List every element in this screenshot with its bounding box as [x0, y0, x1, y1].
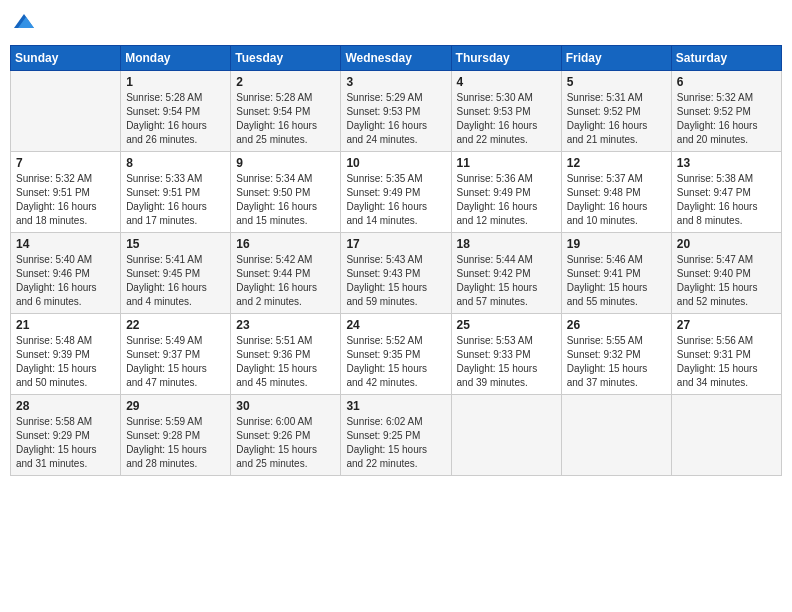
- calendar-cell: 6Sunrise: 5:32 AM Sunset: 9:52 PM Daylig…: [671, 71, 781, 152]
- calendar-cell: 15Sunrise: 5:41 AM Sunset: 9:45 PM Dayli…: [121, 233, 231, 314]
- day-details: Sunrise: 5:49 AM Sunset: 9:37 PM Dayligh…: [126, 334, 225, 390]
- day-number: 27: [677, 318, 776, 332]
- day-details: Sunrise: 5:32 AM Sunset: 9:51 PM Dayligh…: [16, 172, 115, 228]
- day-details: Sunrise: 5:43 AM Sunset: 9:43 PM Dayligh…: [346, 253, 445, 309]
- calendar-cell: 31Sunrise: 6:02 AM Sunset: 9:25 PM Dayli…: [341, 395, 451, 476]
- day-number: 14: [16, 237, 115, 251]
- day-of-week-header: Thursday: [451, 46, 561, 71]
- day-number: 8: [126, 156, 225, 170]
- calendar-cell: 14Sunrise: 5:40 AM Sunset: 9:46 PM Dayli…: [11, 233, 121, 314]
- day-of-week-header: Friday: [561, 46, 671, 71]
- calendar-cell: 30Sunrise: 6:00 AM Sunset: 9:26 PM Dayli…: [231, 395, 341, 476]
- day-of-week-header: Tuesday: [231, 46, 341, 71]
- day-details: Sunrise: 5:33 AM Sunset: 9:51 PM Dayligh…: [126, 172, 225, 228]
- day-details: Sunrise: 6:00 AM Sunset: 9:26 PM Dayligh…: [236, 415, 335, 471]
- calendar-cell: 4Sunrise: 5:30 AM Sunset: 9:53 PM Daylig…: [451, 71, 561, 152]
- calendar-week-row: 28Sunrise: 5:58 AM Sunset: 9:29 PM Dayli…: [11, 395, 782, 476]
- day-number: 10: [346, 156, 445, 170]
- day-number: 7: [16, 156, 115, 170]
- day-number: 23: [236, 318, 335, 332]
- calendar-cell: 18Sunrise: 5:44 AM Sunset: 9:42 PM Dayli…: [451, 233, 561, 314]
- calendar-cell: 5Sunrise: 5:31 AM Sunset: 9:52 PM Daylig…: [561, 71, 671, 152]
- calendar-week-row: 1Sunrise: 5:28 AM Sunset: 9:54 PM Daylig…: [11, 71, 782, 152]
- day-details: Sunrise: 5:53 AM Sunset: 9:33 PM Dayligh…: [457, 334, 556, 390]
- day-details: Sunrise: 5:35 AM Sunset: 9:49 PM Dayligh…: [346, 172, 445, 228]
- day-number: 30: [236, 399, 335, 413]
- calendar-table: SundayMondayTuesdayWednesdayThursdayFrid…: [10, 45, 782, 476]
- day-number: 18: [457, 237, 556, 251]
- calendar-cell: 25Sunrise: 5:53 AM Sunset: 9:33 PM Dayli…: [451, 314, 561, 395]
- calendar-cell: 7Sunrise: 5:32 AM Sunset: 9:51 PM Daylig…: [11, 152, 121, 233]
- day-details: Sunrise: 5:51 AM Sunset: 9:36 PM Dayligh…: [236, 334, 335, 390]
- day-number: 28: [16, 399, 115, 413]
- calendar-cell: 8Sunrise: 5:33 AM Sunset: 9:51 PM Daylig…: [121, 152, 231, 233]
- day-details: Sunrise: 5:28 AM Sunset: 9:54 PM Dayligh…: [126, 91, 225, 147]
- day-number: 22: [126, 318, 225, 332]
- day-of-week-header: Wednesday: [341, 46, 451, 71]
- day-number: 4: [457, 75, 556, 89]
- calendar-cell: 3Sunrise: 5:29 AM Sunset: 9:53 PM Daylig…: [341, 71, 451, 152]
- calendar-cell: 17Sunrise: 5:43 AM Sunset: 9:43 PM Dayli…: [341, 233, 451, 314]
- day-number: 21: [16, 318, 115, 332]
- calendar-cell: 24Sunrise: 5:52 AM Sunset: 9:35 PM Dayli…: [341, 314, 451, 395]
- day-number: 16: [236, 237, 335, 251]
- day-number: 2: [236, 75, 335, 89]
- calendar-cell: 29Sunrise: 5:59 AM Sunset: 9:28 PM Dayli…: [121, 395, 231, 476]
- day-of-week-header: Saturday: [671, 46, 781, 71]
- day-details: Sunrise: 5:38 AM Sunset: 9:47 PM Dayligh…: [677, 172, 776, 228]
- calendar-cell: 28Sunrise: 5:58 AM Sunset: 9:29 PM Dayli…: [11, 395, 121, 476]
- calendar-cell: 20Sunrise: 5:47 AM Sunset: 9:40 PM Dayli…: [671, 233, 781, 314]
- day-number: 3: [346, 75, 445, 89]
- day-details: Sunrise: 5:37 AM Sunset: 9:48 PM Dayligh…: [567, 172, 666, 228]
- calendar-cell: [671, 395, 781, 476]
- day-details: Sunrise: 5:30 AM Sunset: 9:53 PM Dayligh…: [457, 91, 556, 147]
- day-details: Sunrise: 5:55 AM Sunset: 9:32 PM Dayligh…: [567, 334, 666, 390]
- day-number: 20: [677, 237, 776, 251]
- calendar-cell: 19Sunrise: 5:46 AM Sunset: 9:41 PM Dayli…: [561, 233, 671, 314]
- day-details: Sunrise: 5:41 AM Sunset: 9:45 PM Dayligh…: [126, 253, 225, 309]
- calendar-cell: 12Sunrise: 5:37 AM Sunset: 9:48 PM Dayli…: [561, 152, 671, 233]
- day-number: 5: [567, 75, 666, 89]
- day-details: Sunrise: 5:29 AM Sunset: 9:53 PM Dayligh…: [346, 91, 445, 147]
- day-of-week-header: Monday: [121, 46, 231, 71]
- day-details: Sunrise: 5:44 AM Sunset: 9:42 PM Dayligh…: [457, 253, 556, 309]
- page-header: [10, 10, 782, 39]
- day-details: Sunrise: 6:02 AM Sunset: 9:25 PM Dayligh…: [346, 415, 445, 471]
- day-number: 31: [346, 399, 445, 413]
- calendar-cell: 26Sunrise: 5:55 AM Sunset: 9:32 PM Dayli…: [561, 314, 671, 395]
- calendar-cell: 11Sunrise: 5:36 AM Sunset: 9:49 PM Dayli…: [451, 152, 561, 233]
- calendar-cell: 16Sunrise: 5:42 AM Sunset: 9:44 PM Dayli…: [231, 233, 341, 314]
- logo-text: [10, 10, 36, 39]
- day-number: 29: [126, 399, 225, 413]
- calendar-week-row: 21Sunrise: 5:48 AM Sunset: 9:39 PM Dayli…: [11, 314, 782, 395]
- day-number: 24: [346, 318, 445, 332]
- day-details: Sunrise: 5:47 AM Sunset: 9:40 PM Dayligh…: [677, 253, 776, 309]
- calendar-cell: 9Sunrise: 5:34 AM Sunset: 9:50 PM Daylig…: [231, 152, 341, 233]
- calendar-cell: 1Sunrise: 5:28 AM Sunset: 9:54 PM Daylig…: [121, 71, 231, 152]
- day-details: Sunrise: 5:31 AM Sunset: 9:52 PM Dayligh…: [567, 91, 666, 147]
- calendar-cell: 21Sunrise: 5:48 AM Sunset: 9:39 PM Dayli…: [11, 314, 121, 395]
- day-details: Sunrise: 5:59 AM Sunset: 9:28 PM Dayligh…: [126, 415, 225, 471]
- day-number: 17: [346, 237, 445, 251]
- day-number: 11: [457, 156, 556, 170]
- calendar-cell: 27Sunrise: 5:56 AM Sunset: 9:31 PM Dayli…: [671, 314, 781, 395]
- day-details: Sunrise: 5:32 AM Sunset: 9:52 PM Dayligh…: [677, 91, 776, 147]
- day-details: Sunrise: 5:36 AM Sunset: 9:49 PM Dayligh…: [457, 172, 556, 228]
- calendar-cell: [561, 395, 671, 476]
- day-number: 6: [677, 75, 776, 89]
- calendar-cell: [451, 395, 561, 476]
- day-number: 19: [567, 237, 666, 251]
- day-number: 12: [567, 156, 666, 170]
- day-number: 26: [567, 318, 666, 332]
- day-number: 1: [126, 75, 225, 89]
- day-details: Sunrise: 5:34 AM Sunset: 9:50 PM Dayligh…: [236, 172, 335, 228]
- calendar-week-row: 7Sunrise: 5:32 AM Sunset: 9:51 PM Daylig…: [11, 152, 782, 233]
- day-details: Sunrise: 5:56 AM Sunset: 9:31 PM Dayligh…: [677, 334, 776, 390]
- day-details: Sunrise: 5:40 AM Sunset: 9:46 PM Dayligh…: [16, 253, 115, 309]
- day-of-week-header: Sunday: [11, 46, 121, 71]
- calendar-cell: [11, 71, 121, 152]
- day-details: Sunrise: 5:42 AM Sunset: 9:44 PM Dayligh…: [236, 253, 335, 309]
- calendar-cell: 23Sunrise: 5:51 AM Sunset: 9:36 PM Dayli…: [231, 314, 341, 395]
- calendar-cell: 22Sunrise: 5:49 AM Sunset: 9:37 PM Dayli…: [121, 314, 231, 395]
- day-number: 13: [677, 156, 776, 170]
